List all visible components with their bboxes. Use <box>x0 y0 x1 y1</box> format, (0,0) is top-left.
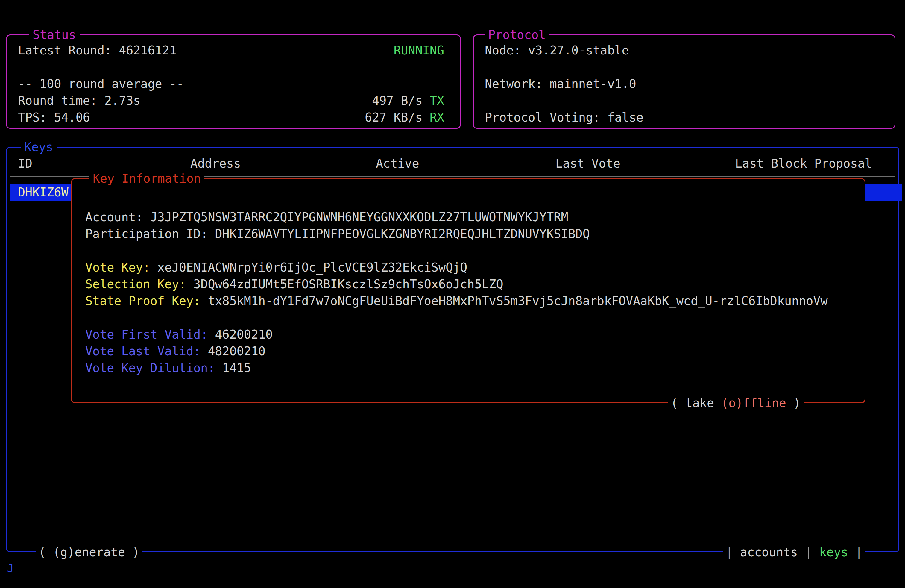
state-proof-key-line: State Proof Key: tx85kM1h-dY1Fd7w7oNCgFU… <box>85 292 827 309</box>
protocol-voting-value: false <box>607 110 643 124</box>
keys-panel-title: Keys <box>21 138 57 156</box>
take-offline-button[interactable]: ( take (o)ffline ) <box>668 394 804 412</box>
vote-last-valid-line: Vote Last Valid: 48200210 <box>85 343 265 359</box>
vote-key-label: Vote Key: <box>85 261 157 274</box>
key-information-title: Key Information <box>89 170 205 187</box>
rx-rate-value: 627 KB/s <box>365 110 430 124</box>
take-offline-accent: (o)ffline <box>721 396 786 410</box>
latest-round-label: Latest Round: <box>18 43 119 57</box>
protocol-panel-title: Protocol <box>484 26 549 43</box>
protocol-voting-line: Protocol Voting: false <box>485 109 643 126</box>
key-information-dialog: Key Information Account: J3JPZTQ5NSW3TAR… <box>71 178 865 403</box>
vote-last-valid-value: 48200210 <box>208 344 265 358</box>
tab-separator: | <box>726 544 733 561</box>
tx-label: TX <box>430 94 444 108</box>
vote-first-valid-value: 46200210 <box>215 327 273 341</box>
vote-key-dilution-value: 1415 <box>222 361 251 375</box>
rx-rate-line: 627 KB/s RX <box>365 109 444 126</box>
round-average-heading: -- 100 round average -- <box>18 75 184 92</box>
vote-first-valid-label: Vote First Valid: <box>85 327 215 341</box>
vote-key-dilution-line: Vote Key Dilution: 1415 <box>85 359 251 376</box>
selected-row-id: DHKIZ6W <box>18 185 68 199</box>
status-panel: Status Latest Round: 46216121 RUNNING --… <box>6 35 461 129</box>
tps-label: TPS: <box>18 110 54 124</box>
node-version-line: Node: v3.27.0-stable <box>485 42 629 59</box>
protocol-voting-label: Protocol Voting: <box>485 110 607 124</box>
network-value: mainnet-v1.0 <box>550 77 636 91</box>
round-time-value: 2.73s <box>105 94 140 108</box>
tx-rate-value: 497 B/s <box>372 94 430 108</box>
vote-last-valid-label: Vote Last Valid: <box>85 344 208 358</box>
vote-key-line: Vote Key: xeJ0ENIACWNrpYi0r6IjOc_PlcVCE9… <box>85 259 467 276</box>
column-header-active: Active <box>376 155 419 172</box>
vote-key-value: xeJ0ENIACWNrpYi0r6IjOc_PlcVCE9lZ32EkciSw… <box>157 261 467 274</box>
participation-id-value: DHKIZ6WAVTYLIIPNFPEOVGLKZGNBYRI2RQEQJHLT… <box>215 227 589 241</box>
round-time-line: Round time: 2.73s <box>18 92 140 109</box>
vote-first-valid-line: Vote First Valid: 46200210 <box>85 326 273 343</box>
account-value: J3JPZTQ5NSW3TARRC2QIYPGNWNH6NEYGGNXXKODL… <box>150 210 568 224</box>
protocol-panel: Protocol Node: v3.27.0-stable Network: m… <box>473 35 895 129</box>
tps-line: TPS: 54.06 <box>18 109 90 126</box>
running-badge: RUNNING <box>394 42 444 59</box>
tab-keys[interactable]: keys <box>819 544 848 561</box>
tps-value: 54.06 <box>54 110 90 124</box>
account-label: Account: <box>85 210 150 224</box>
participation-id-line: Participation ID: DHKIZ6WAVTYLIIPNFPEOVG… <box>85 226 590 242</box>
state-proof-key-label: State Proof Key: <box>85 294 208 308</box>
node-value: v3.27.0-stable <box>528 43 629 57</box>
rx-label: RX <box>430 110 444 124</box>
participation-id-label: Participation ID: <box>85 227 215 241</box>
tab-separator: | <box>855 544 862 561</box>
status-panel-title: Status <box>29 26 79 43</box>
tab-accounts[interactable]: accounts <box>740 544 798 561</box>
generate-button[interactable]: ( (g)enerate ) <box>36 544 143 561</box>
selection-key-value: 3DQw64zdIUMt5EfOSRBIKsczlSz9chTsOx6oJch5… <box>193 277 503 291</box>
state-proof-key-value: tx85kM1h-dY1Fd7w7oNCgFUeUiBdFYoeH8MxPhTv… <box>208 294 827 308</box>
column-header-last-vote: Last Vote <box>556 155 621 172</box>
column-header-last-block-proposal: Last Block Proposal <box>735 155 872 172</box>
tab-separator: | <box>805 544 812 561</box>
tx-rate-line: 497 B/s TX <box>372 92 444 109</box>
take-offline-suffix: ) <box>786 396 800 410</box>
account-line: Account: J3JPZTQ5NSW3TARRC2QIYPGNWNH6NEY… <box>85 209 568 226</box>
column-header-id: ID <box>18 155 32 172</box>
latest-round-value: 46216121 <box>119 43 176 57</box>
selection-key-line: Selection Key: 3DQw64zdIUMt5EfOSRBIKsczl… <box>85 276 503 292</box>
vote-key-dilution-label: Vote Key Dilution: <box>85 361 222 375</box>
view-tabs: | accounts | keys | <box>723 544 865 561</box>
network-line: Network: mainnet-v1.0 <box>485 75 636 92</box>
terminal-screen: Status Latest Round: 46216121 RUNNING --… <box>0 0 905 588</box>
selection-key-label: Selection Key: <box>85 277 193 291</box>
column-header-address: Address <box>191 155 241 172</box>
take-offline-prefix: ( take <box>671 396 722 410</box>
stray-character: J <box>7 562 14 574</box>
latest-round-line: Latest Round: 46216121 <box>18 42 176 59</box>
round-time-label: Round time: <box>18 94 105 108</box>
node-label: Node: <box>485 43 528 57</box>
network-label: Network: <box>485 77 550 91</box>
